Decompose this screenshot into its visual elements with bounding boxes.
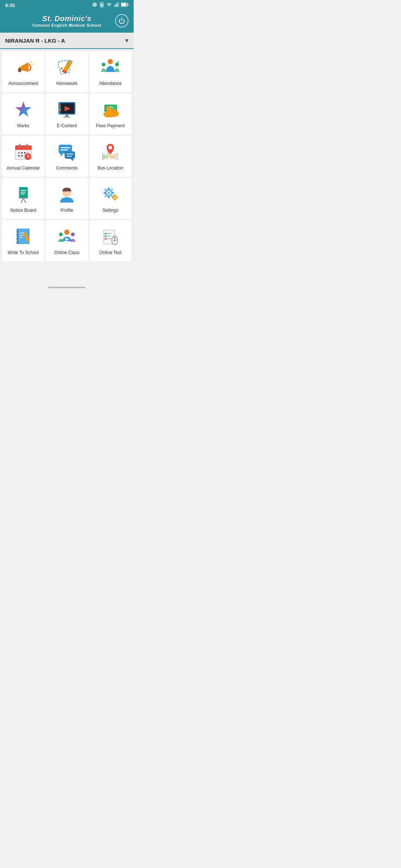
- dropdown-arrow-icon: ▾: [125, 36, 128, 45]
- school-logo: St. Dominic's Convent English Medium Sch…: [19, 14, 115, 27]
- svg-rect-5: [115, 4, 116, 6]
- attendance-label: Attendance: [99, 81, 122, 87]
- svg-point-48: [18, 152, 20, 154]
- grid-item-settings[interactable]: Settings: [89, 178, 131, 219]
- svg-point-52: [18, 155, 20, 157]
- svg-rect-2: [102, 3, 103, 4]
- svg-rect-46: [19, 144, 20, 148]
- svg-rect-76: [20, 188, 27, 197]
- svg-point-95: [114, 197, 115, 198]
- svg-rect-11: [128, 4, 129, 6]
- grid-item-notice-board[interactable]: Notice Board: [2, 178, 44, 219]
- student-selector[interactable]: NIRANJAN R - LKG - A ▾: [0, 33, 134, 49]
- settings-label: Settings: [102, 208, 118, 214]
- home-indicator: [48, 287, 85, 288]
- bus-location-label: Bus Location: [98, 165, 123, 171]
- svg-rect-34: [63, 116, 70, 118]
- grid-item-annual-calendar[interactable]: Annual Calendar: [2, 136, 44, 177]
- svg-rect-87: [108, 196, 110, 198]
- grid-item-bus-location[interactable]: Bus Location: [89, 136, 131, 177]
- svg-rect-6: [116, 3, 117, 7]
- grid-item-profile[interactable]: Profile: [46, 178, 88, 219]
- power-button[interactable]: [115, 14, 128, 27]
- online-class-icon: [56, 226, 77, 247]
- svg-rect-118: [106, 238, 112, 239]
- svg-point-59: [27, 156, 28, 157]
- status-icons: [92, 2, 128, 9]
- settings-icon: [100, 184, 121, 205]
- comments-label: Comments: [56, 165, 78, 171]
- svg-rect-86: [108, 188, 110, 190]
- svg-marker-61: [60, 154, 63, 157]
- write-to-school-icon: [13, 226, 34, 247]
- marks-label: Marks: [17, 123, 29, 129]
- homework-label: Homework: [56, 81, 77, 87]
- grid-item-comments[interactable]: Comments: [46, 136, 88, 177]
- settings-status-icon: [92, 2, 97, 9]
- announcement-label: Announcement: [8, 81, 38, 87]
- svg-marker-14: [21, 62, 29, 72]
- svg-rect-88: [104, 192, 105, 194]
- svg-point-53: [21, 155, 23, 157]
- menu-grid: Announcement Homework: [0, 49, 134, 263]
- svg-point-113: [71, 233, 75, 236]
- grid-item-homework[interactable]: Homework: [46, 51, 88, 92]
- bottom-bar: [0, 278, 134, 297]
- svg-point-24: [108, 59, 113, 64]
- svg-rect-7: [117, 3, 118, 7]
- svg-rect-99: [117, 197, 118, 198]
- svg-point-111: [64, 230, 69, 235]
- wifi-icon: [106, 2, 112, 9]
- econtent-icon: [56, 99, 77, 120]
- attendance-icon: [100, 57, 121, 78]
- econtent-label: E-Content: [57, 123, 77, 129]
- grid-item-write-to-school[interactable]: Write To School: [2, 220, 44, 261]
- svg-rect-96: [114, 194, 115, 195]
- grid-item-marks[interactable]: Marks: [2, 93, 44, 134]
- header: St. Dominic's Convent English Medium Sch…: [0, 10, 134, 33]
- svg-rect-47: [26, 144, 28, 148]
- battery-icon: [121, 2, 128, 8]
- sim-status-icon: [99, 2, 104, 9]
- grid-item-announcement[interactable]: Announcement: [2, 51, 44, 92]
- online-test-icon: [100, 226, 121, 247]
- school-name-line2: Convent English Medium School: [32, 23, 101, 27]
- svg-rect-36: [59, 105, 61, 106]
- svg-rect-116: [106, 233, 111, 234]
- profile-icon: [56, 184, 77, 205]
- status-time: 8:35: [5, 3, 15, 8]
- annual-calendar-label: Annual Calendar: [7, 165, 40, 171]
- svg-point-85: [108, 192, 110, 194]
- svg-rect-45: [15, 148, 32, 150]
- online-class-label: Online Class: [54, 250, 79, 256]
- grid-item-online-class[interactable]: Online Class: [46, 220, 88, 261]
- svg-point-49: [21, 152, 23, 154]
- svg-rect-15: [18, 68, 21, 72]
- svg-point-72: [108, 146, 112, 149]
- write-to-school-label: Write To School: [8, 250, 39, 256]
- homework-icon: [56, 57, 77, 78]
- svg-rect-4: [114, 5, 115, 7]
- school-name-line1: St. Dominic's: [42, 14, 91, 23]
- svg-line-17: [32, 64, 33, 65]
- svg-rect-1: [101, 3, 102, 4]
- svg-point-112: [59, 233, 63, 236]
- notice-board-icon: [13, 184, 34, 205]
- grid-item-fees-payment[interactable]: ₹ Fees Payment: [89, 93, 131, 134]
- annual-calendar-icon: [13, 142, 34, 162]
- fees-payment-icon: ₹: [100, 99, 121, 120]
- svg-line-16: [30, 62, 32, 63]
- status-bar: 8:35: [0, 0, 134, 10]
- grid-item-econtent[interactable]: E-Content: [46, 93, 88, 134]
- notice-board-label: Notice Board: [10, 208, 36, 214]
- svg-rect-10: [121, 3, 126, 6]
- svg-point-25: [102, 63, 105, 66]
- svg-rect-33: [65, 114, 68, 116]
- grid-item-online-test[interactable]: Online Test: [89, 220, 131, 261]
- svg-line-78: [23, 198, 26, 203]
- announcement-icon: [13, 57, 34, 78]
- marks-icon: [13, 99, 34, 120]
- online-test-label: Online Test: [99, 250, 121, 256]
- grid-item-attendance[interactable]: Attendance: [89, 51, 131, 92]
- fees-payment-label: Fees Payment: [96, 123, 125, 129]
